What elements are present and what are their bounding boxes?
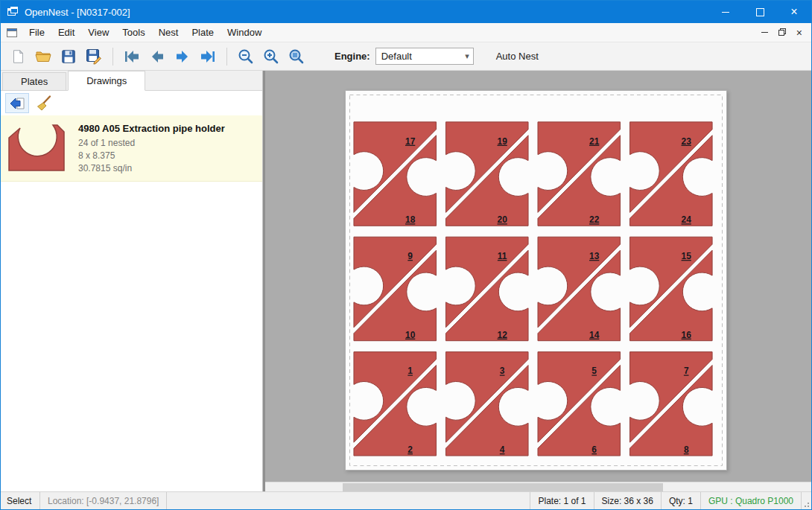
drawing-dimensions: 8 x 8.375 bbox=[78, 150, 225, 162]
drawing-area: 30.7815 sq/in bbox=[78, 162, 225, 175]
part-number: 21 bbox=[589, 136, 600, 147]
send-to-nest-button[interactable] bbox=[5, 93, 29, 113]
previous-plate-button[interactable] bbox=[146, 45, 168, 68]
engine-selected-value: Default bbox=[381, 51, 412, 62]
part-number: 18 bbox=[405, 214, 416, 225]
mdi-close-button[interactable]: × bbox=[796, 28, 802, 38]
tab-plates[interactable]: Plates bbox=[2, 72, 66, 90]
minimize-button[interactable] bbox=[708, 1, 743, 23]
maximize-icon bbox=[756, 8, 764, 16]
zoom-fit-button[interactable] bbox=[285, 45, 308, 68]
part-number: 12 bbox=[498, 330, 508, 340]
nested-part-pair[interactable]: 1718 bbox=[354, 122, 437, 226]
menu-plate[interactable]: Plate bbox=[185, 24, 221, 41]
menu-file[interactable]: File bbox=[22, 24, 51, 41]
nested-part-pair[interactable]: 910 bbox=[354, 237, 437, 340]
window-title: OpenNest - [N0317-002] bbox=[25, 7, 130, 18]
drawings-toolbar bbox=[1, 91, 262, 115]
auto-nest-button[interactable]: Auto Nest bbox=[490, 48, 545, 65]
part-thumbnail-icon bbox=[7, 121, 66, 173]
part-number: 10 bbox=[405, 330, 416, 340]
new-button[interactable] bbox=[7, 45, 29, 68]
part-number: 15 bbox=[682, 251, 692, 261]
resize-grip-icon bbox=[802, 500, 810, 508]
nest-canvas[interactable]: 171819202122232491011121314151612345678 bbox=[265, 71, 811, 482]
part-number: 11 bbox=[498, 251, 507, 261]
part-number: 17 bbox=[405, 136, 416, 147]
part-number: 19 bbox=[498, 136, 508, 147]
horizontal-scrollbar-thumb[interactable] bbox=[343, 483, 663, 491]
next-arrow-icon bbox=[174, 48, 191, 66]
menu-window[interactable]: Window bbox=[221, 24, 268, 41]
application-window: OpenNest - [N0317-002] × File Edit View … bbox=[0, 0, 812, 510]
part-number: 20 bbox=[498, 214, 508, 225]
nested-part-pair[interactable]: 1112 bbox=[445, 237, 528, 340]
nested-part-pair[interactable]: 2324 bbox=[630, 122, 713, 226]
zoom-in-icon bbox=[262, 48, 280, 66]
chevron-down-icon: ▾ bbox=[465, 51, 469, 61]
zoom-fit-icon bbox=[288, 48, 305, 66]
engine-select[interactable]: Default ▾ bbox=[375, 48, 474, 65]
nested-part-pair[interactable]: 1314 bbox=[538, 237, 621, 340]
mdi-restore-icon bbox=[778, 28, 786, 36]
next-plate-button[interactable] bbox=[171, 45, 194, 68]
nested-part-pair[interactable]: 2122 bbox=[538, 122, 621, 226]
part-number: 23 bbox=[682, 136, 692, 147]
status-gpu: GPU : Quadro P1000 bbox=[700, 492, 801, 509]
horizontal-scrollbar[interactable] bbox=[265, 482, 811, 491]
engine-group: Engine: Default ▾ bbox=[334, 48, 474, 65]
tab-drawings[interactable]: Drawings bbox=[68, 71, 145, 91]
open-button[interactable] bbox=[32, 45, 54, 68]
menu-view[interactable]: View bbox=[81, 24, 115, 41]
part-number: 22 bbox=[589, 214, 600, 225]
zoom-out-icon bbox=[237, 48, 255, 66]
save-edit-icon bbox=[85, 48, 103, 66]
zoom-out-button[interactable] bbox=[235, 45, 257, 68]
status-plate: Plate: 1 of 1 bbox=[530, 492, 593, 509]
zoom-in-button[interactable] bbox=[260, 45, 282, 68]
part-number: 14 bbox=[589, 330, 600, 340]
menu-bar: File Edit View Tools Nest Plate Window × bbox=[1, 23, 811, 42]
part-number: 16 bbox=[682, 330, 692, 340]
nested-part-pair[interactable]: 34 bbox=[445, 352, 528, 456]
mdi-document-icon bbox=[6, 28, 18, 38]
last-plate-button[interactable] bbox=[197, 45, 219, 68]
mdi-minimize-icon bbox=[761, 32, 768, 33]
nested-part-pair[interactable]: 1920 bbox=[445, 122, 528, 226]
clear-button[interactable] bbox=[32, 93, 56, 113]
nested-part-pair[interactable]: 56 bbox=[538, 352, 621, 456]
status-bar: Select Location: [-0.9437, 21.8796] Plat… bbox=[1, 491, 811, 509]
mdi-window-controls: × bbox=[761, 27, 802, 38]
minimize-icon bbox=[722, 12, 729, 13]
plate-surface[interactable]: 171819202122232491011121314151612345678 bbox=[345, 90, 727, 471]
main-toolbar: Engine: Default ▾ Auto Nest bbox=[1, 42, 811, 71]
part-number: 24 bbox=[682, 214, 692, 225]
toolbar-separator bbox=[226, 48, 227, 66]
menu-nest[interactable]: Nest bbox=[152, 24, 185, 41]
nested-part-pair[interactable]: 78 bbox=[630, 352, 713, 456]
first-arrow-icon bbox=[123, 48, 141, 66]
menu-tools[interactable]: Tools bbox=[115, 24, 151, 41]
resize-grip[interactable] bbox=[801, 492, 811, 509]
status-location: Location: [-0.9437, 21.8796] bbox=[39, 492, 167, 509]
save-button[interactable] bbox=[57, 45, 80, 68]
part-number: 6 bbox=[591, 444, 597, 455]
last-arrow-icon bbox=[199, 48, 217, 66]
menu-edit[interactable]: Edit bbox=[51, 24, 81, 41]
maximize-button[interactable] bbox=[743, 1, 777, 23]
part-number: 3 bbox=[500, 366, 505, 377]
part-number: 4 bbox=[500, 444, 505, 455]
mdi-minimize-button[interactable] bbox=[761, 32, 768, 33]
mdi-restore-button[interactable] bbox=[778, 27, 786, 38]
close-button[interactable]: × bbox=[777, 1, 811, 23]
part-number: 13 bbox=[589, 251, 600, 261]
save-as-button[interactable] bbox=[83, 45, 105, 68]
nested-part-pair[interactable]: 1516 bbox=[630, 237, 713, 340]
drawing-nested-count: 24 of 1 nested bbox=[78, 137, 225, 150]
app-icon bbox=[7, 6, 19, 18]
first-plate-button[interactable] bbox=[121, 45, 143, 68]
part-number: 2 bbox=[407, 444, 413, 455]
drawing-list-item[interactable]: 4980 A05 Extraction pipe holder 24 of 1 … bbox=[1, 115, 262, 182]
previous-arrow-icon bbox=[148, 48, 166, 66]
nested-part-pair[interactable]: 12 bbox=[354, 352, 437, 456]
